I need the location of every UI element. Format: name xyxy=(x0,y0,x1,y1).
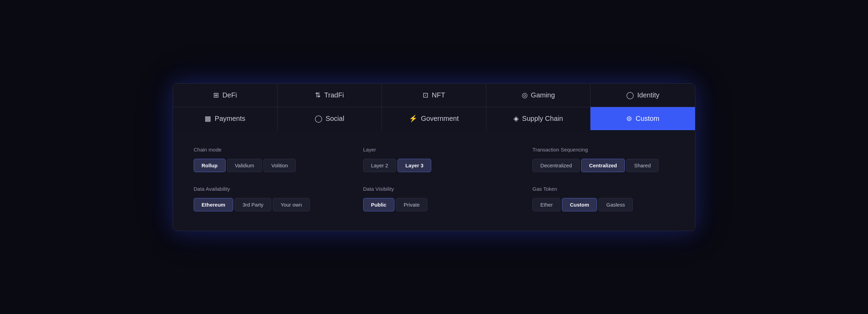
transaction-sequencing-label: Transaction Sequencing xyxy=(532,147,674,153)
data-availability-label: Data Availability xyxy=(194,186,336,192)
social-icon: ◯ xyxy=(315,115,322,122)
nft-icon: ⊡ xyxy=(423,92,428,98)
gas-token-label: Gas Token xyxy=(532,186,674,192)
nav-label-defi: DeFi xyxy=(223,91,237,99)
nav-label-identity: Identity xyxy=(637,91,659,99)
btn-layer3[interactable]: Layer 3 xyxy=(398,159,432,172)
layer-label: Layer xyxy=(363,147,505,153)
nav-item-government[interactable]: ⚡ Government xyxy=(382,107,486,130)
nav-item-custom[interactable]: ⊜ Custom xyxy=(590,107,695,130)
nav-item-gaming[interactable]: ◎ Gaming xyxy=(486,84,591,107)
data-visibility-buttons: Public Private xyxy=(363,198,505,211)
custom-icon: ⊜ xyxy=(626,115,632,122)
btn-custom[interactable]: Custom xyxy=(562,198,597,211)
btn-ethereum[interactable]: Ethereum xyxy=(194,198,233,211)
btn-public[interactable]: Public xyxy=(363,198,394,211)
nav-label-custom: Custom xyxy=(636,115,659,123)
gas-token-buttons: Ether Custom Gasless xyxy=(532,198,674,211)
nav-label-payments: Payments xyxy=(215,115,245,123)
gaming-icon: ◎ xyxy=(522,92,528,98)
btn-private[interactable]: Private xyxy=(396,198,428,211)
btn-gasless[interactable]: Gasless xyxy=(598,198,633,211)
btn-validium[interactable]: Validium xyxy=(227,159,262,172)
btn-shared[interactable]: Shared xyxy=(626,159,659,172)
layer-buttons: Layer 2 Layer 3 xyxy=(363,159,505,172)
btn-decentralized[interactable]: Decentralized xyxy=(532,159,580,172)
data-visibility-label: Data Visibility xyxy=(363,186,505,192)
nav-item-payments[interactable]: ▦ Payments xyxy=(173,107,278,130)
btn-layer2[interactable]: Layer 2 xyxy=(363,159,396,172)
btn-centralized[interactable]: Centralized xyxy=(581,159,625,172)
identity-icon: ◯ xyxy=(626,92,634,98)
option-group-transaction-sequencing: Transaction Sequencing Decentralized Cen… xyxy=(532,147,674,172)
options-grid: Chain mode Rollup Validium Volition Laye… xyxy=(194,147,674,211)
main-frame: ⊞ DeFi ⇅ TradFi ⊡ NFT ◎ Gaming ◯ Identit… xyxy=(173,83,695,231)
option-group-layer: Layer Layer 2 Layer 3 xyxy=(363,147,505,172)
nav-label-social: Social xyxy=(326,115,344,123)
nav-label-gaming: Gaming xyxy=(531,91,555,99)
nav-label-nft: NFT xyxy=(432,91,445,99)
nav-label-government: Government xyxy=(421,115,459,123)
btn-rollup[interactable]: Rollup xyxy=(194,159,226,172)
nav-row-1: ⊞ DeFi ⇅ TradFi ⊡ NFT ◎ Gaming ◯ Identit… xyxy=(173,84,695,107)
payments-icon: ▦ xyxy=(205,115,211,122)
btn-volition[interactable]: Volition xyxy=(263,159,296,172)
nav-item-identity[interactable]: ◯ Identity xyxy=(590,84,695,107)
btn-3rd-party[interactable]: 3rd Party xyxy=(235,198,271,211)
option-group-gas-token: Gas Token Ether Custom Gasless xyxy=(532,186,674,211)
nav-label-tradfi: TradFi xyxy=(324,91,344,99)
government-icon: ⚡ xyxy=(409,115,417,122)
btn-ether[interactable]: Ether xyxy=(532,198,561,211)
content-area: Chain mode Rollup Validium Volition Laye… xyxy=(173,130,695,231)
option-group-data-availability: Data Availability Ethereum 3rd Party You… xyxy=(194,186,336,211)
option-group-data-visibility: Data Visibility Public Private xyxy=(363,186,505,211)
defi-icon: ⊞ xyxy=(213,92,219,98)
nav-row-2: ▦ Payments ◯ Social ⚡ Government ◈ Suppl… xyxy=(173,107,695,130)
btn-your-own[interactable]: Your own xyxy=(273,198,310,211)
nav-item-social[interactable]: ◯ Social xyxy=(278,107,382,130)
nav-item-defi[interactable]: ⊞ DeFi xyxy=(173,84,278,107)
chain-mode-buttons: Rollup Validium Volition xyxy=(194,159,336,172)
tradfi-icon: ⇅ xyxy=(315,92,321,98)
option-group-chain-mode: Chain mode Rollup Validium Volition xyxy=(194,147,336,172)
data-availability-buttons: Ethereum 3rd Party Your own xyxy=(194,198,336,211)
nav-item-supply-chain[interactable]: ◈ Supply Chain xyxy=(486,107,591,130)
supply-chain-icon: ◈ xyxy=(513,115,519,122)
nav-label-supply-chain: Supply Chain xyxy=(522,115,563,123)
transaction-sequencing-buttons: Decentralized Centralized Shared xyxy=(532,159,674,172)
chain-mode-label: Chain mode xyxy=(194,147,336,153)
nav-item-nft[interactable]: ⊡ NFT xyxy=(382,84,486,107)
nav-item-tradfi[interactable]: ⇅ TradFi xyxy=(278,84,382,107)
